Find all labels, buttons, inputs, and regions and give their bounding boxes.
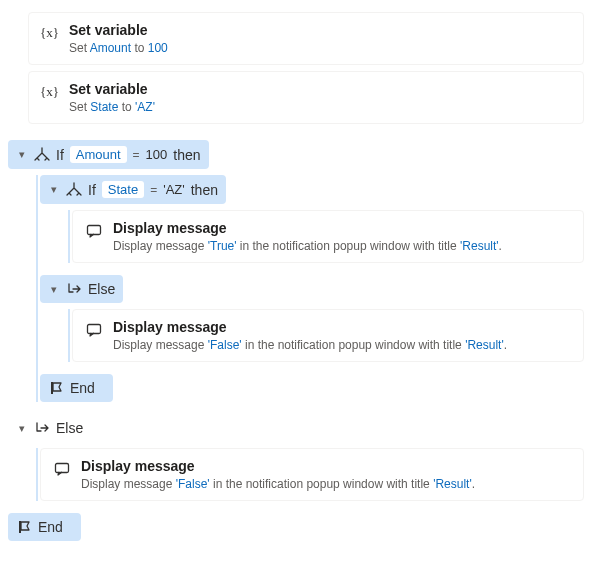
variable-icon xyxy=(39,21,61,41)
else-icon xyxy=(34,420,50,436)
operator: = xyxy=(150,183,157,197)
action-display-message[interactable]: Display message Display message 'True' i… xyxy=(72,210,584,263)
branch-icon xyxy=(34,147,50,163)
operator: = xyxy=(133,148,140,162)
else-keyword: Else xyxy=(88,281,115,297)
action-title: Display message xyxy=(113,318,507,336)
else-body: Display message Display message 'False' … xyxy=(68,309,584,362)
action-subtitle: Display message 'False' in the notificat… xyxy=(81,476,475,492)
action-set-variable[interactable]: Set variable Set Amount to 100 xyxy=(28,12,584,65)
action-title: Display message xyxy=(113,219,502,237)
else-icon xyxy=(66,281,82,297)
end-keyword: End xyxy=(38,519,63,535)
then-keyword: then xyxy=(191,182,218,198)
if-header[interactable]: ▾ If State = 'AZ' then xyxy=(40,175,226,204)
variable-chip: Amount xyxy=(70,146,127,163)
if-body: Display message Display message 'True' i… xyxy=(68,210,584,263)
end-icon xyxy=(16,519,32,535)
else-keyword: Else xyxy=(56,420,83,436)
action-set-variable[interactable]: Set variable Set State to 'AZ' xyxy=(28,71,584,124)
branch-icon xyxy=(66,182,82,198)
else-header[interactable]: ▾ Else xyxy=(40,275,123,303)
action-subtitle: Display message 'True' in the notificati… xyxy=(113,238,502,254)
if-body: ▾ If State = 'AZ' then Display message D… xyxy=(36,175,584,402)
variable-token: State xyxy=(90,100,118,114)
message-icon xyxy=(83,219,105,239)
message-icon xyxy=(83,318,105,338)
chevron-down-icon[interactable]: ▾ xyxy=(16,148,28,161)
if-keyword: If xyxy=(88,182,96,198)
variable-icon xyxy=(39,80,61,100)
literal-token: 'AZ' xyxy=(135,100,155,114)
chevron-down-icon[interactable]: ▾ xyxy=(16,422,28,435)
action-display-message[interactable]: Display message Display message 'False' … xyxy=(72,309,584,362)
literal-token: 100 xyxy=(148,41,168,55)
if-header[interactable]: ▾ If Amount = 100 then xyxy=(8,140,209,169)
then-keyword: then xyxy=(173,147,200,163)
variable-chip: State xyxy=(102,181,144,198)
action-subtitle: Set State to 'AZ' xyxy=(69,99,155,115)
variable-token: Amount xyxy=(90,41,131,55)
literal-token: 100 xyxy=(146,147,168,162)
end-header[interactable]: End xyxy=(40,374,113,402)
chevron-down-icon[interactable]: ▾ xyxy=(48,183,60,196)
end-icon xyxy=(48,380,64,396)
chevron-down-icon[interactable]: ▾ xyxy=(48,283,60,296)
action-subtitle: Set Amount to 100 xyxy=(69,40,168,56)
action-subtitle: Display message 'False' in the notificat… xyxy=(113,337,507,353)
action-title: Set variable xyxy=(69,21,168,39)
action-display-message[interactable]: Display message Display message 'False' … xyxy=(40,448,584,501)
action-title: Display message xyxy=(81,457,475,475)
if-keyword: If xyxy=(56,147,64,163)
else-header[interactable]: ▾ Else xyxy=(8,414,91,442)
end-keyword: End xyxy=(70,380,95,396)
else-body: Display message Display message 'False' … xyxy=(36,448,584,501)
end-header[interactable]: End xyxy=(8,513,81,541)
literal-token: 'AZ' xyxy=(163,182,185,197)
action-title: Set variable xyxy=(69,80,155,98)
message-icon xyxy=(51,457,73,477)
